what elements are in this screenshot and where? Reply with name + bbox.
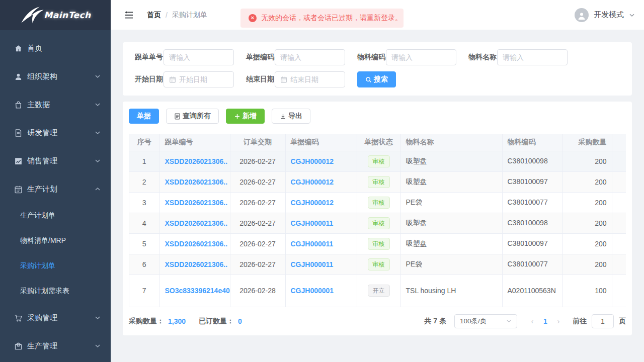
doc-link[interactable]: CGJH000011 [291,260,334,268]
data-table: 序号 跟单编号 订单交期 单据编码 单据状态 物料名称 物料编码 采购数量 1X… [129,134,626,307]
add-button[interactable]: 新增 [226,109,265,124]
table-row[interactable]: 5XSDD2026021306..2026-02-27CGJH000011审核吸… [129,233,626,254]
cell-doc[interactable]: CGJH000011 [285,233,357,254]
sidebar-item-bom-mrp[interactable]: 物料清单/MRP [0,228,111,253]
cell-doc[interactable]: CGJH000012 [285,192,357,213]
column-header: 物料编码 [502,134,562,151]
order-link[interactable]: SO3c833396214e40 [165,287,230,295]
order-link[interactable]: XSDD2026021306.. [165,157,228,165]
cell-qty: 200 [562,233,612,254]
cell-doc[interactable]: CGJH000012 [285,171,357,192]
doc-link[interactable]: CGJH000012 [291,199,334,207]
export-button[interactable]: 导出 [272,109,310,124]
sidebar-item-label: 首页 [27,44,42,53]
sidebar-item-rd-management[interactable]: 研发管理 [0,119,111,147]
sidebar-item-label: 采购计划需求表 [20,287,69,296]
user-icon [14,72,23,81]
doc-link[interactable]: CGJH000001 [291,287,334,295]
goto-page-input[interactable] [592,314,614,328]
material-name-input[interactable] [503,53,562,61]
total-count: 共 7 条 [424,317,446,326]
status-badge: 审核 [368,258,390,270]
material-name-field[interactable] [497,49,568,65]
sidebar-item-home[interactable]: 首页 [0,34,111,62]
cell-material: 吸塑盘 [400,233,502,254]
sidebar-item-production-management[interactable]: 生产管理 [0,332,111,360]
cell-date: 2026-02-28 [230,275,285,307]
field-label: 单据编码 [240,53,275,62]
cell-doc[interactable]: CGJH000011 [285,254,357,275]
sidebar-item-production-plan[interactable]: 生产计划 [0,175,111,203]
cell-order[interactable]: XSDD2026021306.. [159,233,230,254]
doc-code-input[interactable] [280,53,340,61]
doc-code-field[interactable] [275,49,345,65]
status-badge: 审核 [368,238,390,250]
cell-code: C380100098 [502,151,562,171]
table-row[interactable]: 3XSDD2026021306..2026-02-27CGJH000012审核P… [129,192,626,213]
sidebar-item-production-plan-order[interactable]: 生产计划单 [0,203,111,228]
doc-link[interactable]: CGJH000011 [291,219,334,227]
chevron-down-icon [95,102,101,108]
search-button[interactable]: 搜索 [357,71,396,87]
end-date-field[interactable] [275,71,345,87]
cell-order[interactable]: XSDD2026021306.. [159,192,230,213]
sidebar-item-sales-management[interactable]: 销售管理 [0,147,111,175]
sidebar-item-purchase-plan-order[interactable]: 采购计划单 [0,253,111,279]
cell-doc[interactable]: CGJH000012 [285,151,357,171]
pagination: 共 7 条 100条/页 ‹ 1 › 前往 页 [424,314,626,328]
prev-page-button[interactable]: ‹ [526,317,538,325]
order-link[interactable]: XSDD2026021306.. [165,219,228,227]
sidebar-item-purchase-plan-demand[interactable]: 采购计划需求表 [0,279,111,304]
cell-doc[interactable]: CGJH000001 [285,275,357,307]
cell-order[interactable]: XSDD2026021306.. [159,254,230,275]
page-size-select[interactable]: 100条/页 [454,314,517,328]
order-link[interactable]: XSDD2026021306.. [165,240,228,248]
tracking-no-field[interactable] [164,49,234,65]
cell-extra [612,151,626,171]
doc-link[interactable]: CGJH000012 [291,157,334,165]
material-code-input[interactable] [391,53,451,61]
material-code-field[interactable] [386,49,456,65]
start-date-input[interactable] [179,75,228,83]
status-badge: 审核 [368,217,390,229]
chevron-down-icon [95,315,101,321]
end-date-input[interactable] [290,75,340,83]
start-date-field[interactable] [164,71,234,87]
breadcrumb-home[interactable]: 首页 [147,11,161,20]
order-link[interactable]: XSDD2026021306.. [165,178,228,186]
sidebar-item-master-data[interactable]: 主数据 [0,90,111,119]
cell-order[interactable]: SO3c833396214e40 [159,275,230,307]
table-row[interactable]: 1XSDD2026021306..2026-02-27CGJH000012审核吸… [129,151,626,171]
order-link[interactable]: XSDD2026021306.. [165,260,228,268]
table-row[interactable]: 2XSDD2026021306..2026-02-27CGJH000012审核吸… [129,171,626,192]
current-page[interactable]: 1 [538,317,552,325]
cell-doc[interactable]: CGJH000011 [285,213,357,233]
alert-message: 无效的会话，或者会话已过期，请重新登录。 [261,14,402,23]
cell-status: 审核 [357,213,400,233]
query-all-button[interactable]: 查询所有 [166,109,219,124]
cell-no: 7 [129,275,159,307]
cell-order[interactable]: XSDD2026021306.. [159,213,230,233]
order-link[interactable]: XSDD2026021306.. [165,199,228,207]
tracking-no-input[interactable] [169,53,228,61]
sidebar-item-purchase-management[interactable]: 采购管理 [0,304,111,332]
field-label: 物料名称 [462,53,497,62]
doc-link[interactable]: CGJH000011 [291,240,334,248]
cell-extra [612,233,626,254]
doc-link[interactable]: CGJH000012 [291,178,334,186]
sidebar-item-organization[interactable]: 组织架构 [0,62,111,90]
menu-fold-icon[interactable] [124,10,134,20]
ordered-qty-value: 0 [238,317,242,325]
user-menu[interactable]: 开发模式 [575,8,635,22]
cell-order[interactable]: XSDD2026021306.. [159,151,230,171]
cell-qty: 200 [562,213,612,233]
sidebar-item-label: 研发管理 [27,128,57,138]
cell-status: 审核 [357,171,400,192]
logo-swoosh-icon [20,5,46,25]
table-row[interactable]: 6XSDD2026021306..2026-02-27CGJH000011审核P… [129,254,626,275]
next-page-button[interactable]: › [552,317,565,325]
document-button[interactable]: 单据 [129,109,159,124]
table-row[interactable]: 4XSDD2026021306..2026-02-27CGJH000011审核吸… [129,213,626,233]
cell-order[interactable]: XSDD2026021306.. [159,171,230,192]
table-row[interactable]: 7SO3c833396214e402026-02-28CGJH000001开立T… [129,275,626,307]
